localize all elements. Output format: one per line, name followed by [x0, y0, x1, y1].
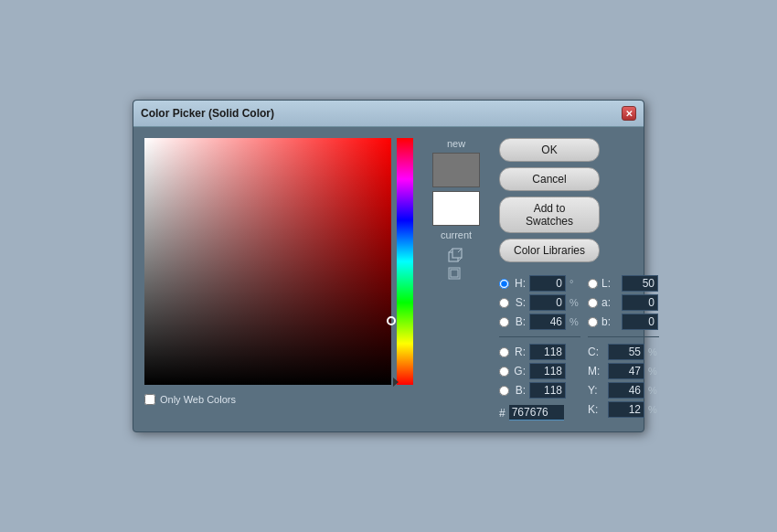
hue-bar-container[interactable]: [397, 138, 413, 385]
title-bar: Color Picker (Solid Color) ✕: [133, 101, 644, 127]
color-area-row: [144, 138, 413, 385]
color-libraries-button[interactable]: Color Libraries: [499, 239, 600, 262]
svg-line-4: [458, 258, 462, 261]
k-label: K:: [588, 403, 604, 416]
l-label: L:: [601, 277, 618, 290]
l-input[interactable]: [622, 275, 658, 292]
divider: [499, 336, 580, 337]
close-button[interactable]: ✕: [622, 106, 636, 121]
b-unit: %: [569, 316, 580, 327]
middle-panel: new current: [424, 138, 488, 420]
hex-row: #: [499, 405, 580, 420]
g-input[interactable]: [529, 363, 566, 379]
b-radio[interactable]: [499, 317, 509, 327]
color-gradient[interactable]: [144, 138, 391, 385]
ok-button[interactable]: OK: [499, 138, 600, 162]
hex-label: #: [499, 407, 506, 420]
left-panel: Only Web Colors: [144, 138, 413, 420]
a-radio[interactable]: [588, 298, 598, 308]
svg-line-2: [449, 249, 452, 252]
b-label: B:: [513, 315, 526, 328]
hex-input[interactable]: [509, 405, 564, 420]
k-field-row: K: %: [588, 401, 659, 418]
svg-rect-6: [451, 270, 458, 277]
lab-b-radio[interactable]: [588, 317, 598, 327]
m-input[interactable]: [608, 363, 644, 379]
r-input[interactable]: [529, 344, 566, 360]
a-input[interactable]: [622, 294, 658, 311]
divider2: [588, 336, 659, 337]
lab-b-label: b:: [601, 315, 618, 328]
fields-left: H: ° S: % B:: [499, 275, 580, 420]
hue-cursor: [393, 378, 399, 387]
a-label: a:: [601, 296, 618, 309]
only-web-colors-checkbox[interactable]: [144, 394, 155, 405]
dialog-title: Color Picker (Solid Color): [141, 107, 274, 120]
button-group: OK Cancel Add to Swatches Color Librarie…: [499, 138, 659, 262]
b2-input[interactable]: [529, 382, 566, 399]
gradient-background: [144, 138, 391, 385]
only-web-colors-row: Only Web Colors: [144, 394, 413, 405]
h-label: H:: [513, 277, 526, 290]
y-input[interactable]: [608, 382, 644, 399]
l-radio[interactable]: [588, 279, 598, 289]
new-swatch[interactable]: [432, 153, 480, 187]
current-swatch-label: current: [441, 229, 472, 240]
y-unit: %: [648, 385, 659, 396]
hue-bar: [397, 138, 413, 385]
add-to-swatches-button[interactable]: Add to Swatches: [499, 197, 600, 233]
m-unit: %: [648, 366, 659, 377]
l-field-row: L:: [588, 275, 659, 292]
r-field-row: R:: [499, 344, 580, 360]
c-unit: %: [648, 346, 659, 357]
y-label: Y:: [588, 384, 604, 397]
b-field-row: B: %: [499, 314, 580, 330]
k-input[interactable]: [608, 401, 644, 418]
web-safe-icon[interactable]: [448, 248, 464, 280]
c-input[interactable]: [608, 344, 644, 360]
b2-radio[interactable]: [499, 386, 509, 396]
b2-field-row: B:: [499, 382, 580, 399]
h-radio[interactable]: [499, 279, 509, 289]
b-input[interactable]: [529, 314, 566, 330]
g-radio[interactable]: [499, 367, 509, 377]
s-radio[interactable]: [499, 298, 509, 308]
m-field-row: M: %: [588, 363, 659, 379]
g-field-row: G:: [499, 363, 580, 379]
h-unit: °: [569, 278, 580, 289]
current-swatch[interactable]: [432, 191, 480, 226]
s-input[interactable]: [529, 294, 566, 311]
right-panel: OK Cancel Add to Swatches Color Librarie…: [499, 138, 659, 420]
cancel-button[interactable]: Cancel: [499, 167, 600, 191]
lab-b-field-row: b:: [588, 314, 659, 330]
c-label: C:: [588, 346, 604, 358]
m-label: M:: [588, 365, 604, 378]
k-unit: %: [648, 404, 659, 415]
dialog-body: Only Web Colors new current: [133, 127, 644, 431]
lab-b-input[interactable]: [622, 314, 658, 330]
c-field-row: C: %: [588, 344, 659, 360]
new-swatch-label: new: [447, 138, 465, 149]
y-field-row: Y: %: [588, 382, 659, 399]
r-label: R:: [513, 346, 526, 358]
s-unit: %: [569, 297, 580, 308]
s-label: S:: [513, 296, 526, 309]
r-radio[interactable]: [499, 347, 509, 357]
h-input[interactable]: [529, 275, 566, 292]
a-field-row: a:: [588, 294, 659, 311]
fields-section: H: ° S: % B:: [499, 275, 659, 420]
fields-right: L: a: b:: [588, 275, 659, 420]
only-web-colors-label: Only Web Colors: [160, 394, 236, 405]
g-label: G:: [513, 365, 526, 378]
color-picker-dialog: Color Picker (Solid Color) ✕ Only Web Co…: [133, 100, 644, 432]
b2-label: B:: [513, 384, 526, 397]
h-field-row: H: °: [499, 275, 580, 292]
s-field-row: S: %: [499, 294, 580, 311]
